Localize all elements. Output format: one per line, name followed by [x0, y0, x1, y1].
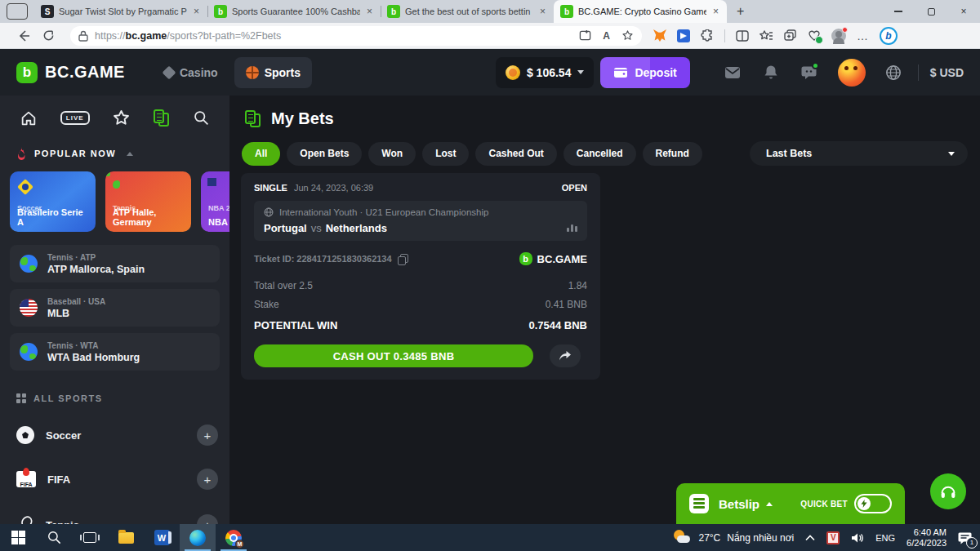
chrome-taskbar-icon[interactable]: M — [216, 524, 252, 551]
refresh-icon[interactable] — [36, 25, 60, 47]
live-icon[interactable]: LIVE — [60, 111, 90, 125]
filter-cashed-out[interactable]: Cashed Out — [475, 142, 556, 166]
deposit-button[interactable]: Deposit — [600, 57, 689, 88]
cash-out-button[interactable]: CASH OUT 0.3485 BNB — [254, 344, 533, 367]
word-icon[interactable]: W — [144, 524, 180, 551]
wallet-extension-icon[interactable] — [677, 29, 690, 42]
copy-icon[interactable] — [398, 254, 408, 264]
window-close-button[interactable]: × — [947, 0, 980, 23]
popular-now-header[interactable]: POPULAR NOW — [0, 139, 229, 168]
start-button[interactable] — [0, 524, 36, 551]
browser-essentials-icon[interactable] — [808, 29, 821, 42]
filter-refund[interactable]: Refund — [643, 142, 702, 166]
league-category: Tennis · WTA — [47, 341, 140, 350]
popular-card-nba[interactable]: NBA 2 NBA — [201, 171, 229, 232]
favorites-bar-icon[interactable] — [760, 29, 773, 42]
expand-fifa-button[interactable]: + — [197, 469, 218, 490]
back-icon[interactable] — [11, 25, 36, 47]
user-avatar[interactable] — [838, 59, 866, 87]
tab-close-icon[interactable]: × — [192, 6, 201, 17]
address-bar[interactable]: https://bc.game/sports?bt-path=%2Fbets A — [70, 26, 642, 46]
browser-menu-icon[interactable]: … — [857, 29, 869, 42]
new-tab-button[interactable]: + — [727, 4, 754, 19]
taskbar-search-icon[interactable] — [36, 524, 72, 551]
league-item-atp-mallorca[interactable]: Tennis · ATP ATP Mallorca, Spain — [10, 245, 220, 282]
volume-icon[interactable] — [851, 532, 864, 544]
favorites-star-icon[interactable] — [112, 109, 131, 127]
popular-card-atp-halle[interactable]: Tennis ATP Halle, Germany — [105, 171, 191, 232]
nav-tab-sports[interactable]: Sports — [234, 57, 312, 88]
site-logo-text[interactable]: BC.GAME — [45, 63, 125, 82]
browser-toolbar: https://bc.game/sports?bt-path=%2Fbets A — [0, 23, 980, 49]
favorite-star-icon[interactable] — [621, 29, 634, 42]
currency-selector[interactable]: $ USD — [930, 66, 964, 79]
league-item-mlb[interactable]: Baseball · USA MLB — [10, 289, 220, 327]
weather-widget[interactable]: 27°C Nắng nhiều nơi — [672, 530, 794, 546]
usa-flag-icon — [20, 299, 38, 317]
search-icon[interactable] — [193, 109, 210, 127]
home-icon[interactable] — [20, 109, 38, 127]
collections-icon[interactable] — [784, 29, 797, 42]
sidebar-item-fifa[interactable]: FIFA FIFA + — [0, 460, 229, 498]
my-bets-icon[interactable] — [154, 109, 170, 127]
sidebar-item-soccer[interactable]: Soccer + — [0, 416, 229, 454]
action-center-icon[interactable]: 1 — [958, 531, 972, 544]
bcgame-logo-icon[interactable]: b — [16, 62, 38, 83]
mail-icon[interactable] — [724, 66, 741, 79]
expand-tennis-button[interactable]: + — [197, 514, 218, 524]
tab-close-icon[interactable]: × — [711, 6, 720, 17]
read-aloud-icon[interactable]: A — [603, 30, 610, 42]
language-indicator[interactable]: ENG — [875, 533, 895, 543]
expand-soccer-button[interactable]: + — [197, 424, 218, 446]
browser-tab-4-active[interactable]: b BC.GAME: Crypto Casino Games × — [554, 0, 727, 23]
flame-icon — [16, 147, 27, 160]
filter-all[interactable]: All — [242, 142, 280, 166]
sort-dropdown[interactable]: Last Bets — [750, 141, 968, 166]
profile-avatar-icon[interactable] — [831, 29, 846, 43]
betslip-bar[interactable]: Betslip QUICK BET — [676, 483, 905, 524]
nav-sports-label: Sports — [265, 66, 301, 79]
file-explorer-icon[interactable] — [108, 524, 144, 551]
lock-icon — [78, 30, 88, 42]
sidebar-item-tennis[interactable]: Tennis + — [0, 506, 229, 524]
split-screen-icon[interactable] — [736, 30, 749, 42]
language-globe-icon[interactable] — [885, 64, 902, 81]
edge-taskbar-icon[interactable] — [180, 524, 216, 551]
notifications-bell-icon[interactable] — [764, 64, 778, 80]
filter-won[interactable]: Won — [368, 142, 416, 166]
bing-chat-icon[interactable]: b — [880, 27, 898, 45]
task-view-icon[interactable] — [72, 524, 108, 551]
browser-tab-3[interactable]: b Get the best out of sports bettin × — [381, 0, 554, 23]
quick-bet-toggle[interactable] — [854, 494, 892, 513]
tray-app-icon[interactable]: V — [826, 531, 840, 544]
league-item-wta-bad-homburg[interactable]: Tennis · WTA WTA Bad Homburg — [10, 333, 220, 371]
popular-card-brasileiro[interactable]: Soccer Brasileiro Serie A — [10, 171, 96, 232]
support-headset-button[interactable] — [930, 473, 966, 509]
browser-tab-2[interactable]: b Sports Guarantee 100% Cashbac × — [207, 0, 381, 23]
stats-bars-icon[interactable] — [567, 224, 577, 232]
browser-tab-1[interactable]: S Sugar Twist Slot by Prgamatic Pla × — [34, 0, 207, 23]
card-sport-label: NBA 2 — [208, 204, 229, 212]
tab-close-icon[interactable]: × — [538, 6, 547, 17]
tab-close-icon[interactable]: × — [365, 6, 374, 17]
filter-open-bets[interactable]: Open Bets — [287, 142, 362, 166]
share-button[interactable] — [550, 344, 581, 367]
taskbar-clock[interactable]: 6:40 AM 6/24/2023 — [906, 527, 947, 549]
split-window-icon[interactable] — [579, 29, 591, 42]
chat-icon[interactable] — [801, 65, 817, 80]
brand-watermark: b BC.GAME — [519, 252, 587, 265]
extension-icon[interactable] — [701, 29, 714, 42]
tab-actions-icon[interactable] — [7, 3, 28, 20]
filter-lost[interactable]: Lost — [422, 142, 469, 166]
nav-tab-casino[interactable]: Casino — [153, 57, 229, 88]
metamask-icon[interactable] — [653, 29, 666, 42]
balance-amount: $ 106.54 — [527, 66, 572, 79]
match-panel[interactable]: International Youth · U21 European Champ… — [254, 201, 587, 241]
nav-casino-label: Casino — [180, 66, 218, 79]
balance-selector[interactable]: $ 106.54 — [496, 57, 595, 88]
filter-cancelled[interactable]: Cancelled — [564, 142, 636, 166]
window-maximize-button[interactable] — [915, 0, 947, 23]
window-minimize-button[interactable] — [882, 0, 915, 23]
page-title: My Bets — [271, 109, 334, 128]
tray-chevron-icon[interactable] — [805, 535, 815, 541]
